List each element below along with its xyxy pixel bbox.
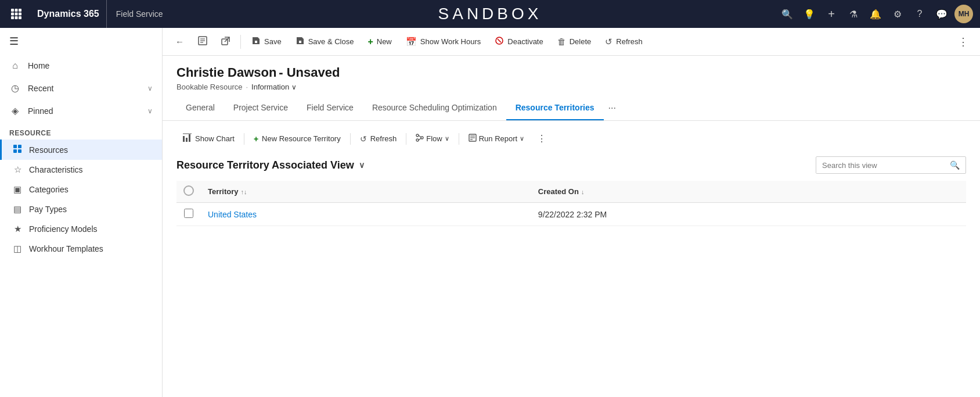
sidebar-resources-label: Resources [29,145,68,155]
svg-rect-0 [11,9,14,12]
territory-column-header[interactable]: Territory ↑↓ [201,181,531,203]
tab-field-service[interactable]: Field Service [297,96,363,120]
app-grid-icon[interactable] [7,5,26,23]
info-label: Information [251,83,289,91]
run-report-button[interactable]: Run Report ∨ [463,131,530,146]
plus-icon[interactable]: + [822,5,841,23]
sidebar-item-workhour-templates[interactable]: ◫ Workhour Templates [0,239,162,259]
sidebar-item-recent[interactable]: ◷ Recent ∨ [0,77,162,99]
new-button[interactable]: + New [362,33,397,51]
search-submit-button[interactable]: 🔍 [944,157,965,173]
sidebar: ☰ ⌂ Home ◷ Recent ∨ ◈ Pinned ∨ Resource … [0,28,163,397]
subgrid-refresh-button[interactable]: ↺ Refresh [354,131,403,146]
filter-icon[interactable]: ⚗ [844,5,863,23]
new-resource-territory-label: New Resource Territory [262,134,341,143]
refresh-icon: ↺ [605,37,613,47]
view-title[interactable]: Resource Territory Associated View ∨ [176,159,365,171]
view-title-text: Resource Territory Associated View [176,159,354,171]
search-icon[interactable]: 🔍 [778,5,797,23]
record-name: Christie Dawson [176,65,276,80]
settings-icon[interactable]: ⚙ [888,5,907,23]
save-close-button[interactable]: Save & Close [290,33,360,51]
svg-rect-10 [18,145,21,148]
pay-types-icon: ▤ [12,204,23,214]
subgrid-refresh-label: Refresh [370,134,397,143]
sidebar-item-pinned[interactable]: ◈ Pinned ∨ [0,99,162,122]
tab-general[interactable]: General [176,96,224,120]
command-bar-more-button[interactable]: ⋮ [953,33,973,51]
subgrid-more-button[interactable]: ⋮ [532,131,551,146]
characteristics-icon: ☆ [12,164,23,175]
bell-icon[interactable]: 🔔 [866,5,885,23]
sidebar-item-categories[interactable]: ▣ Categories [0,180,162,199]
flow-button[interactable]: Flow ∨ [410,131,455,146]
delete-icon: 🗑 [557,37,566,47]
svg-point-25 [421,137,423,139]
svg-rect-1 [15,9,18,12]
sidebar-item-proficiency-models[interactable]: ★ Proficiency Models [0,219,162,239]
show-chart-button[interactable]: Show Chart [176,130,240,147]
tabs-bar: General Project Service Field Service Re… [163,96,980,121]
new-plus-icon: + [368,37,373,47]
save-button[interactable]: Save [246,33,287,51]
unsaved-label: - Unsaved [279,65,340,80]
pinned-arrow-icon: ∨ [147,107,153,115]
created-on-sort-icon: ↓ [581,188,585,195]
row-checkbox-cell[interactable] [176,203,201,226]
territory-sort-icon: ↑↓ [241,188,247,195]
run-report-arrow-icon: ∨ [520,135,524,142]
help-icon[interactable]: ? [910,5,929,23]
sidebar-item-characteristics[interactable]: ☆ Characteristics [0,160,162,180]
info-arrow-icon: ∨ [291,83,297,91]
open-new-window-button[interactable] [215,33,236,51]
open-window-icon [221,37,230,47]
deactivate-button[interactable]: Deactivate [489,33,549,51]
subgrid-sep-4 [459,133,459,145]
sidebar-item-pay-types[interactable]: ▤ Pay Types [0,199,162,219]
sidebar-item-resources[interactable]: Resources [0,140,162,160]
tabs-more-button[interactable]: ··· [604,96,621,120]
calendar-icon: 📅 [406,37,417,47]
tab-resource-scheduling[interactable]: Resource Scheduling Optimization [363,96,506,120]
sidebar-home-label: Home [28,61,153,70]
avatar[interactable]: MH [954,5,973,23]
show-work-hours-button[interactable]: 📅 Show Work Hours [400,33,487,51]
flow-label: Flow [426,134,442,143]
record-header: Christie Dawson - Unsaved Bookable Resou… [163,56,980,96]
select-all-header[interactable] [176,181,201,203]
run-report-icon [469,134,477,144]
sidebar-proficiency-label: Proficiency Models [29,224,98,234]
app-title[interactable]: Dynamics 365 [30,0,107,28]
row-checkbox[interactable] [184,209,193,218]
tab-resource-territories[interactable]: Resource Territories [506,96,604,120]
svg-rect-2 [19,9,21,12]
svg-point-26 [416,139,419,141]
sidebar-pay-types-label: Pay Types [29,205,67,214]
chat-icon[interactable]: 💬 [932,5,951,23]
new-resource-territory-button[interactable]: + New Resource Territory [248,131,347,146]
sidebar-item-home[interactable]: ⌂ Home [0,55,162,77]
svg-rect-4 [15,13,18,16]
main-layout: ☰ ⌂ Home ◷ Recent ∨ ◈ Pinned ∨ Resource … [0,28,980,397]
flow-arrow-icon: ∨ [445,135,449,142]
back-icon: ← [175,37,184,47]
record-subtitle: Bookable Resource · Information ∨ [176,83,966,91]
tab-project-service[interactable]: Project Service [224,96,297,120]
svg-point-24 [416,134,419,137]
command-bar: ← Save [163,28,980,56]
search-input[interactable] [816,158,944,173]
created-on-column-header[interactable]: Created On ↓ [531,181,966,203]
delete-button[interactable]: 🗑 Delete [552,33,597,50]
back-button[interactable]: ← [170,33,190,50]
refresh-button[interactable]: ↺ Refresh [599,33,648,51]
info-link[interactable]: Information ∨ [251,83,297,91]
territory-link[interactable]: United States [208,210,257,219]
form-view-button[interactable] [192,33,213,51]
lightbulb-icon[interactable]: 💡 [800,5,819,23]
hamburger-icon[interactable]: ☰ [0,28,162,55]
deactivate-label: Deactivate [507,37,543,46]
run-report-label: Run Report [479,134,517,143]
select-all-circle[interactable] [183,185,194,196]
view-header: Resource Territory Associated View ∨ 🔍 [176,156,966,174]
svg-rect-6 [11,16,14,19]
